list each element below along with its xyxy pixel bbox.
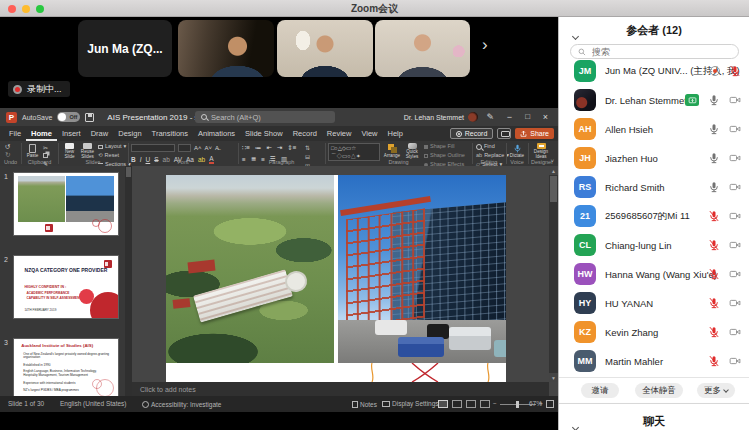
participant-video-3[interactable] <box>375 20 470 77</box>
camera-icon[interactable] <box>729 268 741 280</box>
participant-row[interactable]: JH Jiazhen Huo <box>559 147 749 169</box>
notes-toggle-button[interactable]: Notes <box>352 400 377 408</box>
bullets-icon[interactable]: ∷≡ <box>242 144 250 152</box>
mic-muted-icon[interactable] <box>729 65 741 77</box>
slide-thumbnail-2[interactable]: NZQA CATEGORY ONE PROVIDER HIGHLY CONFID… <box>14 256 118 318</box>
account-user[interactable]: Dr. Lehan Stemmet <box>404 112 478 122</box>
ppt-minimize-button[interactable]: − <box>507 112 512 122</box>
tab-review[interactable]: Review <box>322 126 357 141</box>
slide-sorter-view-button[interactable] <box>452 400 462 408</box>
arrange-button[interactable]: Arrange <box>383 143 401 160</box>
ppt-maximize-button[interactable]: □ <box>525 112 530 122</box>
quick-styles-button[interactable]: Quick Styles <box>402 143 422 160</box>
copy-icon[interactable] <box>43 153 48 158</box>
slide-photo-ais-building[interactable] <box>338 175 506 363</box>
participant-video-2[interactable] <box>277 20 373 77</box>
shape-fill-button[interactable]: Shape Fill <box>424 143 454 151</box>
camera-icon[interactable] <box>729 94 741 106</box>
autosave-toggle[interactable]: Off <box>57 112 80 122</box>
participant-row[interactable]: RS Richard Smith <box>559 176 749 198</box>
participant-video-1[interactable] <box>178 20 274 77</box>
tab-view[interactable]: View <box>356 126 382 141</box>
slide-scrollbar[interactable]: ▲▼ <box>549 166 558 382</box>
increase-font-icon[interactable]: A˄ <box>194 145 202 151</box>
camera-icon[interactable] <box>729 355 741 367</box>
camera-icon[interactable] <box>729 239 741 251</box>
indent-icon[interactable]: ⇥ <box>277 144 282 152</box>
fit-slide-icon[interactable] <box>546 400 554 408</box>
mic-icon[interactable] <box>708 94 720 106</box>
participant-row[interactable]: CL Chiang-lung Lin <box>559 234 749 256</box>
ribbon-collapse-icon[interactable]: ˅ <box>550 158 554 164</box>
thumbnail-scrollbar[interactable] <box>125 166 132 396</box>
tab-slide-show[interactable]: Slide Show <box>240 126 288 141</box>
mic-muted-icon[interactable] <box>708 239 720 251</box>
zoom-percent[interactable]: 67% <box>529 400 542 407</box>
dictate-button[interactable]: Dictate <box>508 143 526 160</box>
undo-icon[interactable]: ↺ <box>5 143 10 151</box>
tab-design[interactable]: Design <box>113 126 146 141</box>
slide-thumbnail-1[interactable] <box>14 173 118 235</box>
save-icon[interactable] <box>85 113 94 122</box>
mic-muted-icon[interactable] <box>708 210 720 222</box>
camera-icon[interactable] <box>729 123 741 135</box>
mute-all-button[interactable]: 全体静音 <box>635 383 683 398</box>
mic-icon[interactable] <box>708 123 720 135</box>
decrease-font-icon[interactable]: A˅ <box>205 145 213 151</box>
slideshow-view-button[interactable] <box>480 400 490 408</box>
zoom-out-button[interactable]: − <box>493 400 497 407</box>
tab-animations[interactable]: Animations <box>193 126 240 141</box>
more-button[interactable]: 更多 <box>697 383 735 398</box>
participants-search[interactable] <box>570 44 739 59</box>
reading-view-button[interactable] <box>466 400 476 408</box>
numbering-icon[interactable]: ≔ <box>255 144 262 152</box>
redo-icon[interactable]: ↻ <box>5 151 10 159</box>
reuse-slides-button[interactable]: Reuse Slides <box>79 143 96 160</box>
camera-icon[interactable] <box>729 326 741 338</box>
participant-row[interactable]: HW Hanna Wang (Wang Xiu'e) <box>559 263 749 285</box>
participant-row[interactable]: HY HU YANAN <box>559 292 749 314</box>
normal-view-button[interactable] <box>438 400 448 408</box>
ppt-close-button[interactable]: × <box>543 112 548 122</box>
participants-search-input[interactable] <box>590 46 731 58</box>
mic-muted-icon[interactable] <box>708 268 720 280</box>
mic-muted-icon[interactable] <box>708 355 720 367</box>
tab-transitions[interactable]: Transitions <box>147 126 193 141</box>
notes-pane[interactable]: Click to add notes <box>132 382 549 396</box>
participant-row[interactable]: JM Jun Ma (ZQ UNIV... (主持人, 我) <box>559 60 749 82</box>
camera-icon[interactable] <box>729 152 741 164</box>
comments-button[interactable] <box>497 128 511 139</box>
language-status[interactable]: English (United States) <box>60 400 126 407</box>
participant-row[interactable]: Dr. Lehan Stemmet <box>559 89 749 111</box>
tab-help[interactable]: Help <box>383 126 408 141</box>
font-name-select[interactable] <box>131 144 175 152</box>
find-button[interactable]: Find <box>476 143 495 151</box>
tab-file[interactable]: File <box>4 126 26 141</box>
camera-icon[interactable] <box>729 181 741 193</box>
cut-icon[interactable]: ✂ <box>43 144 48 151</box>
participant-row[interactable]: 21 2569685607的Mi 11 <box>559 205 749 227</box>
layout-button[interactable]: Layout ▾ <box>98 143 126 151</box>
slide-canvas[interactable] <box>166 175 506 382</box>
ppt-search-box[interactable]: Search (Alt+Q) <box>195 111 335 123</box>
tab-insert[interactable]: Insert <box>57 126 86 141</box>
mic-muted-icon[interactable] <box>708 297 720 309</box>
participant-row[interactable]: AH Allen Hsieh <box>559 118 749 140</box>
mic-icon[interactable] <box>708 152 720 164</box>
camera-icon[interactable] <box>729 297 741 309</box>
design-ideas-button[interactable]: Design Ideas <box>530 143 552 160</box>
slide-photo-aerial-campus[interactable] <box>166 175 334 363</box>
tab-draw[interactable]: Draw <box>86 126 114 141</box>
camera-icon[interactable] <box>729 210 741 222</box>
participant-row[interactable]: MM Martin Mahler <box>559 350 749 372</box>
text-direction-icon[interactable]: ⇅ <box>305 144 310 151</box>
mic-muted-icon[interactable] <box>708 326 720 338</box>
zoom-slider-knob[interactable] <box>516 401 519 408</box>
participant-row[interactable]: KZ Kevin Zhang <box>559 321 749 343</box>
tab-record[interactable]: Record <box>288 126 322 141</box>
video-tile-name[interactable]: Jun Ma (ZQ... <box>78 20 172 77</box>
share-button[interactable]: Share <box>515 128 554 139</box>
mic-icon[interactable] <box>708 181 720 193</box>
display-settings-button[interactable]: Display Settings <box>382 400 439 407</box>
new-slide-button[interactable]: New Slide <box>61 143 78 160</box>
